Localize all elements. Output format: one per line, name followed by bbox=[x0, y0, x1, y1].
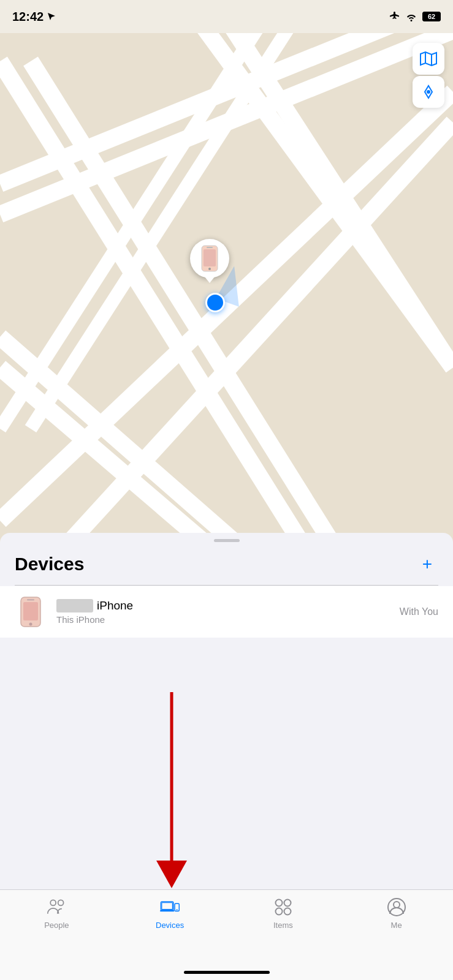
tab-items-label: Items bbox=[273, 921, 293, 930]
svg-rect-27 bbox=[162, 903, 172, 910]
svg-point-31 bbox=[275, 900, 282, 907]
svg-rect-28 bbox=[160, 910, 174, 911]
user-location bbox=[205, 293, 225, 312]
annotation-arrow bbox=[135, 686, 208, 897]
wifi-icon bbox=[405, 12, 417, 21]
svg-point-32 bbox=[284, 900, 291, 907]
location-button[interactable] bbox=[413, 76, 444, 108]
svg-point-13 bbox=[427, 90, 430, 94]
map-view-button[interactable] bbox=[413, 43, 444, 75]
tab-people-label: People bbox=[44, 921, 69, 930]
sheet-divider bbox=[15, 585, 438, 586]
svg-point-20 bbox=[29, 623, 32, 626]
home-indicator bbox=[184, 971, 270, 974]
location-arrow-icon bbox=[47, 12, 56, 21]
me-icon bbox=[387, 897, 406, 917]
device-name-redacted bbox=[56, 599, 93, 612]
time-display: 12:42 bbox=[12, 10, 44, 24]
svg-point-16 bbox=[208, 268, 211, 270]
device-subtitle: This iPhone bbox=[56, 614, 400, 625]
people-icon bbox=[47, 897, 66, 917]
status-bar: 12:42 62 bbox=[0, 0, 453, 33]
map-controls bbox=[413, 43, 444, 108]
tab-people[interactable]: People bbox=[0, 897, 113, 930]
svg-rect-26 bbox=[161, 902, 173, 910]
blue-location-dot bbox=[205, 293, 225, 312]
airplane-icon bbox=[389, 12, 400, 21]
sheet-header: Devices + bbox=[0, 542, 453, 585]
map-view[interactable] bbox=[0, 0, 453, 551]
svg-point-36 bbox=[394, 902, 400, 908]
device-icon bbox=[15, 596, 47, 628]
svg-point-25 bbox=[58, 900, 64, 905]
svg-rect-17 bbox=[207, 247, 213, 248]
tab-bar: People Devices Items bbox=[0, 889, 453, 980]
phone-pin-circle bbox=[190, 239, 229, 278]
items-icon bbox=[273, 897, 293, 917]
battery-indicator: 62 bbox=[422, 12, 441, 21]
svg-marker-23 bbox=[156, 861, 187, 888]
svg-point-34 bbox=[284, 908, 291, 915]
svg-rect-15 bbox=[204, 249, 216, 266]
add-device-button[interactable]: + bbox=[416, 553, 438, 575]
tab-items[interactable]: Items bbox=[227, 897, 340, 930]
tab-me[interactable]: Me bbox=[340, 897, 453, 930]
svg-point-33 bbox=[275, 908, 282, 915]
device-map-pin[interactable] bbox=[190, 239, 229, 278]
svg-rect-21 bbox=[27, 599, 34, 601]
status-time: 12:42 bbox=[12, 10, 56, 24]
device-name: iPhone bbox=[97, 599, 133, 612]
svg-point-24 bbox=[51, 900, 56, 905]
tab-devices-label: Devices bbox=[156, 921, 184, 930]
tab-me-label: Me bbox=[391, 921, 402, 930]
device-list-item[interactable]: iPhone This iPhone With You bbox=[0, 586, 453, 638]
sheet-title: Devices bbox=[15, 554, 84, 575]
svg-rect-19 bbox=[23, 602, 38, 620]
devices-icon bbox=[160, 897, 180, 917]
device-status: With You bbox=[400, 606, 438, 617]
tab-devices[interactable]: Devices bbox=[113, 897, 227, 930]
device-info: iPhone This iPhone bbox=[56, 599, 400, 625]
device-name-row: iPhone bbox=[56, 599, 400, 612]
status-icons: 62 bbox=[389, 12, 441, 21]
